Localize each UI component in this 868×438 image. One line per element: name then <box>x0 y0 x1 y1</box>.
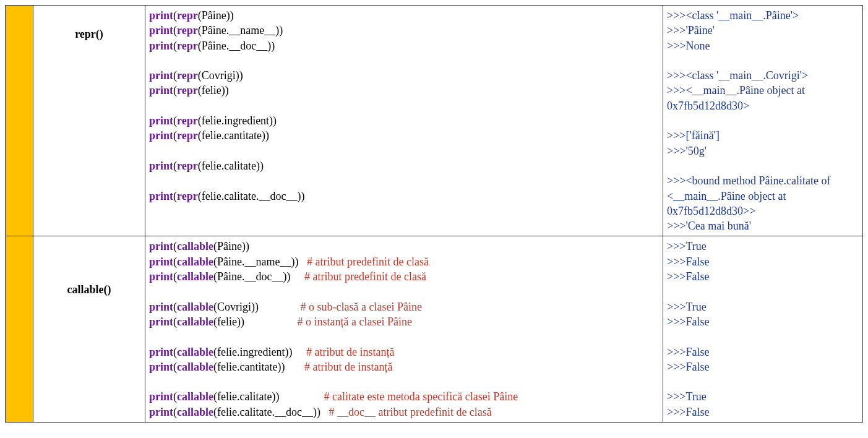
code-line <box>667 329 859 344</box>
output-token: >>> <box>667 129 685 142</box>
output-token: >>> <box>667 406 685 418</box>
reference-table: repr() print(repr(Pâine))print(repr(Pâin… <box>5 5 863 423</box>
table-row: repr() print(repr(Pâine))print(repr(Pâin… <box>6 6 863 236</box>
text-token: (Covrigi)) <box>213 301 300 313</box>
output-token: ['făină'] <box>685 129 719 142</box>
output-token: '50g' <box>685 145 707 157</box>
code-line: >>><__main__.Pâine object at 0x7fb5d12d8… <box>667 83 859 113</box>
text-token: (felie)) <box>213 316 297 328</box>
output-token: >>> <box>667 390 685 403</box>
code-line: >>>True <box>667 239 859 254</box>
output-token: >>> <box>667 256 685 268</box>
code-line: print(repr(felie.ingredient)) <box>149 113 659 128</box>
code-line: >>><bound method Pâine.calitate of <__ma… <box>667 173 859 218</box>
code-line: >>><class '__main__.Covrigi'> <box>667 68 859 83</box>
code-line: >>>False <box>667 254 859 269</box>
output-token: None <box>685 40 710 52</box>
output-token: >>> <box>667 240 685 252</box>
text-token: (Covrigi)) <box>198 69 243 82</box>
output-token: False <box>685 256 709 268</box>
text-token: (felie.calitate.__doc__)) <box>213 406 329 418</box>
keyword-token: callable <box>177 301 213 313</box>
text-token: (Pâine)) <box>213 240 249 252</box>
code-line <box>667 113 859 128</box>
code-line: >>>None <box>667 38 859 53</box>
keyword-token: repr <box>177 40 198 52</box>
code-line: print(callable(Covrigi)) # o sub-clasă a… <box>149 299 659 314</box>
keyword-token: repr <box>177 69 198 82</box>
highlight-stripe <box>6 236 33 423</box>
code-line: print(callable(felie.cantitate)) # atrib… <box>149 359 659 374</box>
output-token: >>> <box>667 24 685 36</box>
output-token: <class '__main__.Covrigi'> <box>685 69 808 82</box>
code-line <box>149 284 659 299</box>
code-line: print(callable(Pâine.__name__)) # atribu… <box>149 254 659 269</box>
code-line <box>149 98 659 113</box>
code-cell: print(repr(Pâine))print(repr(Pâine.__nam… <box>145 6 663 236</box>
text-token: (felie)) <box>198 84 229 97</box>
keyword-token: print <box>149 40 173 52</box>
output-token: >>> <box>667 316 685 328</box>
output-token: >>> <box>667 84 685 97</box>
text-token: (felie.cantitate)) <box>213 361 304 373</box>
code-line: print(repr(Pâine.__name__)) <box>149 23 659 38</box>
output-cell: >>>True>>>False>>>False >>>True>>>False … <box>663 236 863 423</box>
code-line: print(callable(felie.calitate)) # calita… <box>149 389 659 404</box>
text-token: (felie.calitate.__doc__)) <box>198 190 305 202</box>
keyword-token: callable <box>177 256 213 268</box>
keyword-token: repr <box>177 24 198 36</box>
keyword-token: repr <box>177 84 198 97</box>
keyword-token: repr <box>177 114 198 127</box>
code-line <box>667 284 859 299</box>
comment-token: # o instanță a clasei Pâine <box>297 316 411 328</box>
keyword-token: callable <box>177 346 213 358</box>
keyword-token: callable <box>177 361 213 373</box>
code-line: >>><class '__main__.Pâine'> <box>667 8 859 23</box>
code-line: print(repr(Pâine)) <box>149 8 659 23</box>
code-line: >>>True <box>667 389 859 404</box>
code-line <box>149 144 659 158</box>
code-line: print(repr(felie.calitate)) <box>149 158 659 173</box>
comment-token: # atribut de instanță <box>306 346 394 358</box>
keyword-token: callable <box>177 240 213 252</box>
highlight-stripe <box>6 6 33 236</box>
code-line <box>149 374 659 389</box>
output-token: True <box>685 390 706 403</box>
keyword-token: print <box>149 24 173 36</box>
code-line: >>>['făină'] <box>667 128 859 143</box>
keyword-token: repr <box>177 9 198 22</box>
code-line: >>>False <box>667 359 859 374</box>
text-token: (felie.ingredient)) <box>213 346 306 358</box>
output-token: >>> <box>667 301 685 313</box>
code-line <box>667 374 859 389</box>
code-line: >>>'Pâine' <box>667 23 859 38</box>
keyword-token: print <box>149 160 173 172</box>
text-token: (Pâine)) <box>198 9 234 22</box>
code-line <box>149 53 659 68</box>
keyword-token: print <box>149 406 173 418</box>
table-row: callable() print(callable(Pâine))print(c… <box>6 236 863 423</box>
output-token: >>> <box>667 40 685 52</box>
text-token: (Pâine.__name__)) <box>213 256 307 268</box>
keyword-token: print <box>149 256 173 268</box>
keyword-token: print <box>149 84 173 97</box>
output-token: 'Cea mai bună' <box>685 220 750 232</box>
output-token: <bound method Pâine.calitate of <__main_… <box>667 174 833 217</box>
text-token: (felie.calitate)) <box>198 160 264 172</box>
keyword-token: print <box>149 390 173 403</box>
keyword-token: repr <box>177 190 198 202</box>
output-cell: >>><class '__main__.Pâine'>>>>'Pâine'>>>… <box>663 6 863 236</box>
comment-token: # o sub-clasă a clasei Pâine <box>301 301 422 313</box>
output-token: >>> <box>667 270 685 283</box>
output-token: <class '__main__.Pâine'> <box>685 9 799 22</box>
keyword-token: print <box>149 270 173 283</box>
keyword-token: print <box>149 190 173 202</box>
keyword-token: print <box>149 316 173 328</box>
comment-token: # calitate este metoda specifică clasei … <box>324 390 518 403</box>
output-token: >>> <box>667 361 685 373</box>
code-line <box>667 53 859 68</box>
code-cell: print(callable(Pâine))print(callable(Pâi… <box>145 236 663 423</box>
code-line <box>149 173 659 188</box>
output-token: >>> <box>667 174 685 187</box>
text-token: (felie.calitate)) <box>213 390 324 403</box>
